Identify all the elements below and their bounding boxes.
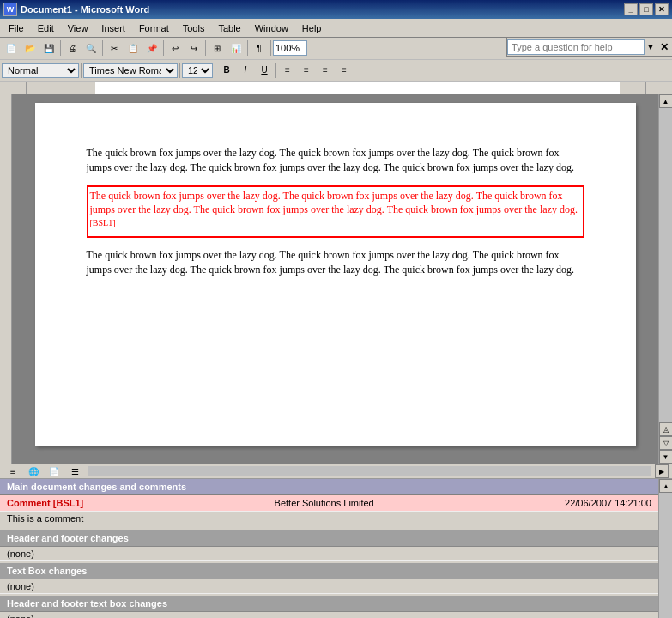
bottom-toolbar: ≡ 🌐 📄 ☰ ▶ [0,464,672,479]
save-button[interactable]: 💾 [39,39,58,58]
menu-window[interactable]: Window [248,19,295,37]
help-close-icon[interactable]: ✕ [657,41,672,53]
toolbar-row-2: Normal Times New Roman 12 B I U ≡ ≡ ≡ ≡ [0,60,672,82]
paragraph-highlighted: The quick brown fox jumps over the lazy … [87,185,584,238]
zoom-input[interactable] [273,40,307,56]
sep-f3 [215,63,215,78]
review-scroll-up[interactable]: ▲ [659,479,672,493]
separator-6 [270,40,271,56]
review-scroll-track[interactable] [659,493,672,618]
section-header-1: Text Box changes [0,563,658,579]
menu-help[interactable]: Help [295,19,329,37]
title-bar-controls[interactable]: _ □ ✕ [624,3,669,15]
scroll-page-down-button[interactable]: ▽ [659,436,673,450]
align-center-button[interactable]: ≡ [297,61,316,80]
close-button[interactable]: ✕ [655,3,669,15]
document-scroll[interactable]: The quick brown fox jumps over the lazy … [12,94,658,464]
app-icon: W [3,3,17,16]
paragraph-3: The quick brown fox jumps over the lazy … [87,248,584,277]
sep-f1 [81,63,82,78]
help-input[interactable] [507,39,645,55]
undo-button[interactable]: ↩ [166,39,185,58]
menu-view[interactable]: View [61,19,95,37]
review-content: Main document changes and comments Comme… [0,479,658,618]
title-bar-text: Document1 - Microsoft Word [21,4,149,15]
right-scrollbar: ▲ ◬ ▽ ▼ [658,94,672,464]
copy-button[interactable]: 📋 [124,39,142,58]
show-hide-button[interactable]: ¶ [250,39,269,58]
font-size-selector[interactable]: 12 [182,63,213,78]
ruler [0,82,672,94]
separator-5 [247,40,248,56]
menu-tools[interactable]: Tools [176,19,212,37]
redo-button[interactable]: ↪ [185,39,203,58]
scroll-track[interactable] [659,108,673,422]
menu-insert[interactable]: Insert [94,19,132,37]
align-left-button[interactable]: ≡ [278,61,297,80]
review-scrollbar: ▲ ▼ [658,479,672,618]
separator-3 [163,40,164,56]
title-bar: W Document1 - Microsoft Word _ □ ✕ [0,0,672,19]
section-header-0: Header and footer changes [0,530,658,547]
menu-format[interactable]: Format [132,19,176,37]
comment-ref: [BSL1] [90,218,116,227]
comment-label: Comment [BSL1] [7,498,83,508]
scroll-down-button[interactable]: ▼ [659,450,673,464]
font-selector[interactable]: Times New Roman [83,63,178,78]
paragraph-1: The quick brown fox jumps over the lazy … [87,146,584,175]
underline-button[interactable]: U [255,61,274,80]
help-arrow-icon[interactable]: ▼ [645,42,657,52]
sep-f4 [275,63,276,78]
new-button[interactable]: 📄 [2,39,21,58]
separator-4 [205,40,206,56]
normal-view-button[interactable]: ≡ [3,462,22,481]
open-button[interactable]: 📂 [21,39,39,58]
preview-button[interactable]: 🔍 [82,39,100,58]
review-wrapper: Main document changes and comments Comme… [0,479,672,618]
ruler-white-area [95,82,620,94]
justify-button[interactable]: ≡ [335,61,354,80]
help-area: ▼ ✕ [506,38,672,57]
review-main-header: Main document changes and comments [0,479,658,495]
cut-button[interactable]: ✂ [105,39,124,58]
main-area: The quick brown fox jumps over the lazy … [0,94,672,464]
scroll-page-up-button[interactable]: ◬ [659,422,673,436]
left-ruler [0,94,12,464]
insert-chart-button[interactable]: 📊 [227,39,245,58]
h-scroll-right-button[interactable]: ▶ [655,464,669,478]
h-scroll-track[interactable] [88,466,651,476]
separator-2 [102,40,103,56]
separator-1 [60,40,61,56]
comment-author: Better Solutions Limited [275,498,374,508]
menu-file[interactable]: File [2,19,31,37]
outline-view-button[interactable]: ☰ [65,462,84,481]
align-right-button[interactable]: ≡ [316,61,335,80]
title-bar-left: W Document1 - Microsoft Word [3,3,149,16]
section-none-1: (none) [0,579,658,594]
comment-text: This is a comment [0,512,658,529]
sep-f2 [179,63,180,78]
comment-date: 22/06/2007 14:21:00 [565,498,651,508]
menu-edit[interactable]: Edit [31,19,61,37]
print-view-button[interactable]: 📄 [45,462,64,481]
ruler-inner [26,82,646,94]
italic-button[interactable]: I [236,61,255,80]
maximize-button[interactable]: □ [639,3,653,15]
highlighted-text: The quick brown fox jumps over the lazy … [90,190,578,216]
section-none-2: (none) [0,612,658,618]
paste-button[interactable]: 📌 [142,39,161,58]
bold-button[interactable]: B [217,61,236,80]
menu-bar: File Edit View Insert Format Tools Table… [0,19,672,38]
insert-table-button[interactable]: ⊞ [208,39,227,58]
document-page: The quick brown fox jumps over the lazy … [35,103,636,446]
minimize-button[interactable]: _ [624,3,638,15]
menu-table[interactable]: Table [211,19,247,37]
web-view-button[interactable]: 🌐 [24,462,43,481]
comment-row: Comment [BSL1] Better Solutions Limited … [0,495,658,512]
scroll-up-button[interactable]: ▲ [659,94,673,108]
print-button[interactable]: 🖨 [63,39,82,58]
section-none-0: (none) [0,547,658,561]
section-header-2: Header and footer text box changes [0,596,658,612]
style-selector[interactable]: Normal [2,63,79,78]
